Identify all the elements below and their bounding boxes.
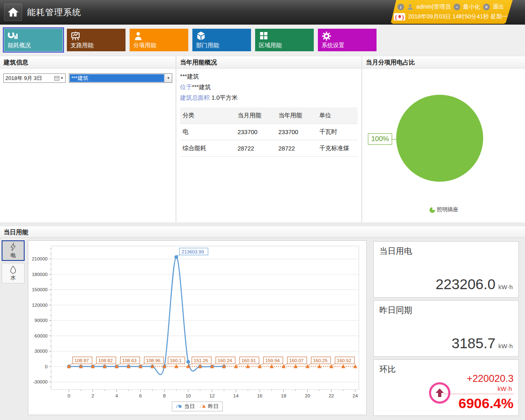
toggle-electricity[interactable]: 电 — [2, 240, 25, 261]
date-dropdown-arrow-icon: ▼ — [60, 76, 64, 80]
home-button[interactable] — [4, 4, 22, 21]
building-info-title: 建筑信息 — [0, 56, 176, 68]
chart-legend[interactable]: 当日 昨日 — [172, 402, 223, 411]
year-overview-panel: 当年用能概况 ***建筑 位于***建筑 建筑总面积 1.0平方米 分类 当月用… — [176, 56, 362, 222]
card-value: 223206.0 — [436, 276, 495, 292]
building-select[interactable]: ***建筑 ▼ — [69, 73, 172, 83]
stats-column: 当日用电 223206.0kW·h 昨日同期 3185.7kW·h 环比 +22… — [369, 240, 522, 417]
svg-text:10: 10 — [185, 393, 191, 398]
col-category: 分类 — [180, 107, 235, 124]
svg-text:108.82: 108.82 — [98, 358, 113, 363]
cube-icon — [196, 31, 206, 41]
date-picker[interactable]: 2018年 9月 3日 ▼ — [3, 73, 66, 83]
today-series-icon — [176, 404, 183, 409]
ratio-delta: +220020.3 — [444, 373, 514, 384]
svg-text:108.87: 108.87 — [75, 358, 89, 363]
datetime-text: 2018年09月03日 14时50分41秒 星期一 — [408, 13, 508, 21]
pie-callout-line — [391, 139, 397, 139]
svg-text:22: 22 — [329, 393, 334, 398]
ratio-unit: kW·h — [444, 385, 512, 392]
svg-text:150000: 150000 — [32, 287, 48, 292]
legend-yesterday[interactable]: 昨日 — [200, 403, 219, 410]
table-row: 综合能耗 28722 28722 千克标准煤 — [180, 140, 358, 157]
svg-text:12: 12 — [210, 393, 215, 398]
building-select-value: ***建筑 — [70, 74, 164, 82]
exit-label[interactable]: 退出 — [493, 3, 504, 11]
svg-text:90000: 90000 — [34, 318, 48, 323]
svg-text:20: 20 — [305, 393, 310, 398]
easel-chart-icon — [71, 31, 80, 41]
pie-wedge-icon — [429, 207, 435, 213]
daily-usage-chart-panel: -300000300006000090000120000150000180000… — [28, 240, 367, 415]
pie-panel: 当月分项用电占比 100% 照明插座 — [362, 56, 525, 222]
svg-text:213603.99: 213603.99 — [182, 249, 204, 254]
svg-text:4: 4 — [115, 393, 118, 398]
app-title: 能耗管理系统 — [27, 7, 81, 18]
svg-text:108.96: 108.96 — [146, 358, 160, 363]
medium-toggle-column: 电 水 — [2, 240, 25, 417]
svg-text:0: 0 — [68, 393, 70, 398]
legend-today[interactable]: 当日 — [176, 403, 195, 410]
building-info-panel: 建筑信息 2018年 9月 3日 ▼ ***建筑 ▼ — [0, 56, 176, 222]
svg-text:16: 16 — [257, 393, 262, 398]
nav-branch-energy[interactable]: 支路用能 — [67, 29, 126, 51]
card-unit: kW·h — [498, 342, 513, 349]
user-icon — [407, 4, 413, 10]
ring-ratio-card: 环比 +220020.3 kW·h 6906.4% — [373, 359, 519, 416]
toggle-water[interactable]: 水 — [2, 263, 25, 283]
minimize-label[interactable]: 最小化 — [463, 3, 480, 11]
yesterday-series-icon — [200, 404, 207, 409]
user-name: admin|管理员 — [416, 3, 451, 11]
today-electricity-card: 当日用电 223206.0kW·h — [373, 241, 519, 298]
top-bar: 能耗管理系统 i admin|管理员 − 最小化 ✕ 退出 () 2018年09… — [0, 0, 525, 25]
svg-text:108.63: 108.63 — [122, 358, 137, 363]
svg-text:180000: 180000 — [32, 272, 48, 277]
user-ribbon: i admin|管理员 − 最小化 ✕ 退出 () 2018年09月03日 14… — [389, 0, 513, 24]
yesterday-same-period-card: 昨日同期 3185.7kW·h — [373, 300, 519, 357]
svg-text:160.24: 160.24 — [218, 358, 233, 363]
year-overview-title: 当年用能概况 — [176, 56, 361, 68]
table-header-row: 分类 当月用能 当年用能 单位 — [180, 107, 358, 124]
svg-text:24: 24 — [353, 393, 358, 398]
area-value: 1.0平方米 — [212, 94, 238, 101]
energy-table: 分类 当月用能 当年用能 单位 电 233700 233700 千瓦时 综合能耗 — [180, 107, 358, 157]
alarm-bell-icon[interactable]: () — [394, 13, 405, 21]
svg-text:60000: 60000 — [34, 333, 48, 338]
svg-text:18: 18 — [281, 393, 286, 398]
nav-subitem-energy[interactable]: 分项用能 — [130, 29, 188, 51]
select-dropdown-arrow-icon[interactable]: ▼ — [164, 74, 172, 82]
svg-text:0: 0 — [45, 364, 48, 369]
card-title: 当日用电 — [379, 246, 513, 257]
water-drop-icon — [9, 265, 17, 274]
location-link[interactable]: 位于 — [180, 84, 192, 90]
table-row: 电 233700 233700 千瓦时 — [180, 124, 358, 140]
home-icon — [7, 7, 19, 18]
daily-usage-chart: -300000300006000090000120000150000180000… — [28, 241, 366, 403]
close-icon[interactable]: ✕ — [483, 4, 490, 10]
nav-system-settings[interactable]: 系统设置 — [318, 29, 377, 51]
svg-text:160.91: 160.91 — [242, 358, 256, 363]
col-year: 当年用能 — [276, 107, 317, 124]
ratio-percent: 6906.4% — [444, 395, 514, 411]
person-icon — [133, 31, 143, 41]
divider — [0, 222, 525, 226]
card-value: 3185.7 — [452, 335, 495, 352]
pie-legend-label: 照明插座 — [437, 206, 458, 212]
svg-text:120000: 120000 — [32, 303, 48, 308]
svg-text:160.25: 160.25 — [313, 358, 327, 363]
nav-department-energy[interactable]: 部门用能 — [192, 29, 251, 51]
nav-area-energy[interactable]: 区域用能 — [255, 29, 314, 51]
svg-text:30000: 30000 — [34, 349, 48, 354]
svg-text:159.94: 159.94 — [265, 358, 280, 363]
svg-text:8: 8 — [163, 393, 165, 398]
daily-section-title: 当日用能 — [0, 226, 525, 238]
area-link[interactable]: 建筑总面积 — [180, 94, 210, 101]
pie-chart — [396, 95, 483, 182]
minimize-icon[interactable]: − — [454, 4, 460, 10]
pie-percent-label: 100% — [368, 133, 392, 145]
nav-energy-overview[interactable]: 能耗概况 — [4, 29, 63, 51]
svg-text:210000: 210000 — [32, 256, 48, 261]
info-icon[interactable]: i — [397, 4, 404, 10]
grid-squares-icon — [259, 31, 269, 41]
svg-text:14: 14 — [233, 393, 239, 398]
